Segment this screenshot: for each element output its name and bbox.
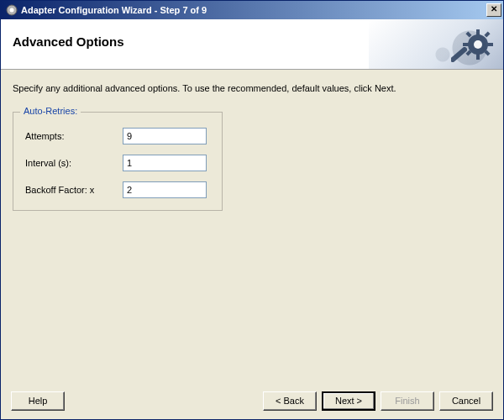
- backoff-row: Backoff Factor: x: [25, 181, 210, 198]
- gear-icon: [451, 23, 498, 70]
- interval-label: Interval (s):: [25, 158, 123, 168]
- page-title: Advanced Options: [13, 34, 124, 49]
- app-icon: [6, 4, 18, 16]
- auto-retries-group: Auto-Retries: Attempts: Interval (s): Ba…: [13, 112, 223, 211]
- content-area: Specify any additional advanced options.…: [1, 70, 503, 382]
- instruction-text: Specify any additional advanced options.…: [13, 83, 491, 93]
- titlebar: Adapter Configuration Wizard - Step 7 of…: [1, 1, 503, 19]
- svg-rect-9: [484, 31, 490, 37]
- interval-row: Interval (s):: [25, 155, 210, 171]
- interval-input[interactable]: [123, 155, 207, 171]
- next-button[interactable]: Next >: [322, 391, 375, 411]
- window-title: Adapter Configuration Wizard - Step 7 of…: [21, 5, 486, 15]
- svg-point-11: [474, 40, 482, 49]
- svg-point-1: [10, 8, 14, 13]
- close-button[interactable]: ✕: [486, 3, 501, 17]
- attempts-label: Attempts:: [25, 131, 123, 141]
- attempts-input[interactable]: [123, 128, 207, 144]
- svg-rect-7: [465, 31, 471, 37]
- button-bar: Help < Back Next > Finish Cancel: [1, 382, 503, 419]
- attempts-row: Attempts:: [25, 128, 210, 144]
- group-legend: Auto-Retries:: [20, 106, 81, 116]
- cancel-button[interactable]: Cancel: [439, 391, 493, 411]
- finish-button[interactable]: Finish: [381, 391, 434, 411]
- backoff-input[interactable]: [123, 181, 207, 198]
- header-art: [369, 19, 503, 70]
- svg-rect-3: [476, 29, 480, 36]
- svg-rect-4: [476, 53, 480, 60]
- help-button[interactable]: Help: [11, 391, 65, 411]
- wizard-window: Adapter Configuration Wizard - Step 7 of…: [0, 0, 504, 420]
- back-button[interactable]: < Back: [263, 391, 317, 411]
- svg-rect-6: [486, 43, 493, 46]
- header-panel: Advanced Options: [1, 19, 503, 70]
- backoff-label: Backoff Factor: x: [25, 185, 123, 195]
- svg-rect-5: [463, 43, 470, 46]
